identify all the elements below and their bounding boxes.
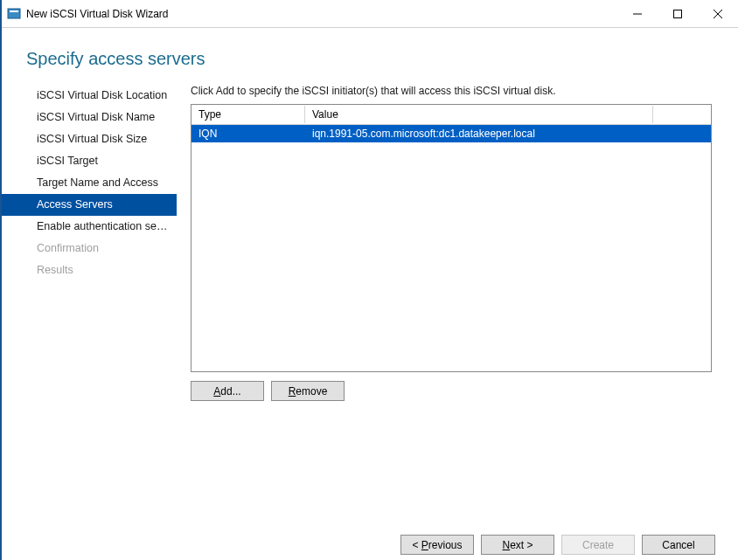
close-button[interactable] [698,0,738,27]
content-area: Specify access servers iSCSI Virtual Dis… [2,28,738,560]
previous-button[interactable]: < Previous [400,535,474,555]
list-header: Type Value [191,105,711,125]
next-button[interactable]: Next > [481,535,554,555]
maximize-button[interactable] [658,0,698,27]
column-header-value[interactable]: Value [305,106,653,123]
add-button[interactable]: Add... [191,381,264,401]
sidebar-item-2[interactable]: iSCSI Virtual Disk Size [2,128,177,150]
minimize-button[interactable] [617,0,658,27]
column-header-type[interactable]: Type [191,106,305,123]
sidebar-item-0[interactable]: iSCSI Virtual Disk Location [2,85,177,107]
cell-value: iqn.1991-05.com.microsoft:dc1.datakeeper… [305,126,711,142]
page-title: Specify access servers [2,28,738,85]
column-header-tail [653,112,711,117]
cancel-button[interactable]: Cancel [642,535,715,555]
list-buttons: Add... Remove [191,381,712,401]
sidebar-item-3[interactable]: iSCSI Target [2,150,177,172]
svg-rect-1 [10,10,18,12]
titlebar: New iSCSI Virtual Disk Wizard [2,0,738,28]
sidebar-item-5[interactable]: Access Servers [2,194,177,216]
initiators-listbox[interactable]: Type Value IQNiqn.1991-05.com.microsoft:… [191,104,712,372]
app-icon [7,7,21,21]
wizard-steps-sidebar: iSCSI Virtual Disk LocationiSCSI Virtual… [2,85,177,401]
sidebar-item-8: Results [2,259,177,281]
window-title: New iSCSI Virtual Disk Wizard [26,8,617,20]
cell-type: IQN [191,126,305,142]
sidebar-item-4[interactable]: Target Name and Access [2,172,177,194]
instruction-text: Click Add to specify the iSCSI initiator… [191,85,712,97]
list-row[interactable]: IQNiqn.1991-05.com.microsoft:dc1.datakee… [191,125,711,142]
footer-buttons: < Previous Next > Create Cancel [400,535,715,555]
create-button: Create [561,535,635,555]
main-panel: Click Add to specify the iSCSI initiator… [177,85,738,401]
sidebar-item-7: Confirmation [2,238,177,259]
sidebar-item-1[interactable]: iSCSI Virtual Disk Name [2,107,177,128]
window-controls [617,0,738,27]
svg-rect-0 [8,9,20,18]
remove-button[interactable]: Remove [271,381,345,401]
svg-rect-3 [674,10,682,17]
list-rows: IQNiqn.1991-05.com.microsoft:dc1.datakee… [191,125,711,142]
sidebar-item-6[interactable]: Enable authentication ser... [2,216,177,238]
